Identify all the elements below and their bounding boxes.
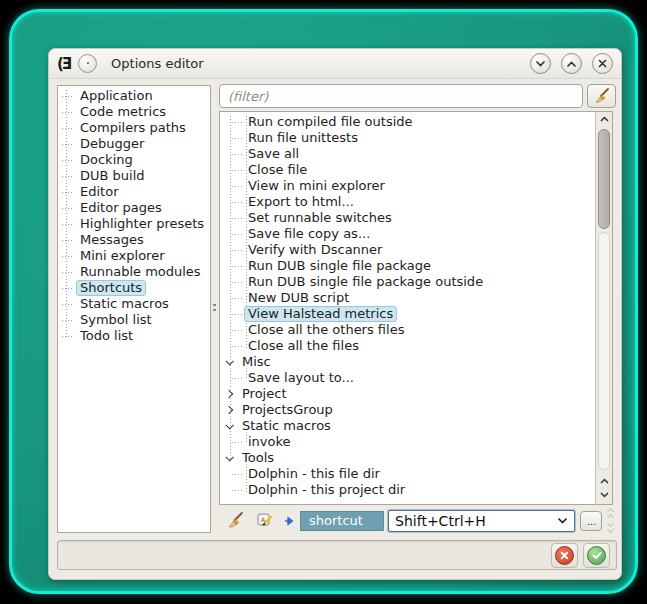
tree-item[interactable]: Run DUB single file package outside <box>220 274 595 290</box>
tree-item-label: View Halstead metrics <box>244 306 397 322</box>
tree-item[interactable]: Save file copy as... <box>220 226 595 242</box>
scrollbar-up-button[interactable] <box>596 112 612 126</box>
shade-button[interactable] <box>530 53 551 74</box>
tree-item-label: Close all the others files <box>244 322 408 338</box>
sidebar-item-editor[interactable]: Editor <box>58 184 210 200</box>
tree-item[interactable]: Dolphin - this project dir <box>220 482 595 498</box>
ellipsis-button[interactable]: ... <box>580 511 602 531</box>
tree-item[interactable]: Set runnable switches <box>220 210 595 226</box>
filter-input[interactable] <box>219 84 583 108</box>
tree-connector <box>232 122 244 123</box>
sidebar-item-runnable-modules[interactable]: Runnable modules <box>58 264 210 280</box>
tree-item[interactable]: Run compiled file outside <box>220 114 595 130</box>
sidebar-item-dub-build[interactable]: DUB build <box>58 168 210 184</box>
shortcut-value-combobox[interactable]: Shift+Ctrl+H <box>388 510 575 532</box>
tree-item[interactable]: invoke <box>220 434 595 450</box>
sidebar-item-label: Debugger <box>76 136 148 152</box>
tree-item[interactable]: Save layout to... <box>220 370 595 386</box>
tree-category[interactable]: Project <box>220 386 595 402</box>
tree-connector <box>62 96 74 97</box>
property-name-cell[interactable]: shortcut <box>300 511 384 531</box>
tree-connector <box>232 490 244 491</box>
tree-connector <box>62 320 74 321</box>
tree-item[interactable]: Dolphin - this file dir <box>220 466 595 482</box>
expand-chevron-icon[interactable] <box>225 406 233 414</box>
scrollbar-thumb[interactable] <box>598 129 610 229</box>
chevron-up-icon <box>600 116 609 122</box>
sidebar-item-compilers-paths[interactable]: Compilers paths <box>58 120 210 136</box>
sidebar-item-application[interactable]: Application <box>58 88 210 104</box>
scrollbar-track[interactable] <box>598 232 610 470</box>
tree-connector <box>62 224 74 225</box>
arrow-right-icon <box>284 516 295 526</box>
tree-item[interactable]: Run DUB single file package <box>220 258 595 274</box>
tree-category[interactable]: Static macros <box>220 418 595 434</box>
sidebar-item-debugger[interactable]: Debugger <box>58 136 210 152</box>
tree-connector <box>62 160 74 161</box>
sidebar-item-label: Editor <box>76 184 122 200</box>
sidebar-item-mini-explorer[interactable]: Mini explorer <box>58 248 210 264</box>
tree-item[interactable]: View in mini explorer <box>220 178 595 194</box>
cancel-button[interactable] <box>551 543 578 568</box>
collapse-chevron-icon[interactable] <box>225 453 233 461</box>
tree-category[interactable]: ProjectsGroup <box>220 402 595 418</box>
tree-connector <box>232 138 244 139</box>
coedit-logo-icon: (Ǝ <box>57 55 70 73</box>
keyboard-edit-icon: A <box>257 512 274 529</box>
tree-item-label: Close all the files <box>244 338 363 354</box>
tree-item[interactable]: Close all the others files <box>220 322 595 338</box>
edit-shortcut-button[interactable]: A <box>257 512 274 529</box>
tree-connector <box>62 176 74 177</box>
collapse-chevron-icon[interactable] <box>225 421 233 429</box>
sidebar-item-label: DUB build <box>76 168 149 184</box>
tree-category[interactable]: Tools <box>220 450 595 466</box>
tree-connector <box>232 298 244 299</box>
tree-connector <box>62 288 74 289</box>
tree-connector <box>232 218 244 219</box>
tree-item-label: ProjectsGroup <box>238 402 337 418</box>
tree-connector <box>232 282 244 283</box>
tree-connector <box>232 186 244 187</box>
tree-item-label: Save all <box>244 146 303 162</box>
shortcut-editor-row: A shortcut Shift+Ctrl+H ... <box>219 508 613 533</box>
sidebar-item-static-macros[interactable]: Static macros <box>58 296 210 312</box>
scrollbar-down-button[interactable] <box>596 488 612 502</box>
ok-button[interactable] <box>583 543 610 568</box>
chevron-down-icon <box>557 517 568 524</box>
clear-filter-button[interactable] <box>587 84 616 108</box>
close-button[interactable] <box>592 53 613 74</box>
sidebar-item-label: Docking <box>76 152 137 168</box>
tree-connector <box>232 250 244 251</box>
tree-item[interactable]: Export to html... <box>220 194 595 210</box>
tree-item[interactable]: New DUB script <box>220 290 595 306</box>
sidebar-item-symbol-list[interactable]: Symbol list <box>58 312 210 328</box>
reset-shortcut-button[interactable] <box>226 511 245 530</box>
tree-item[interactable]: Save all <box>220 146 595 162</box>
tree-scrollbar[interactable] <box>595 112 612 504</box>
status-bar <box>57 540 617 570</box>
sidebar-item-code-metrics[interactable]: Code metrics <box>58 104 210 120</box>
tree-item[interactable]: View Halstead metrics <box>220 306 595 322</box>
tree-item-label: Save file copy as... <box>244 226 374 242</box>
scrollbar-up-button-2[interactable] <box>596 474 612 488</box>
sidebar-item-shortcuts[interactable]: Shortcuts <box>58 280 210 296</box>
sidebar-item-docking[interactable]: Docking <box>58 152 210 168</box>
sidebar-item-label: Code metrics <box>76 104 170 120</box>
window-menu-button[interactable] <box>78 54 97 73</box>
splitter-handle[interactable] <box>213 304 216 314</box>
broom-icon <box>593 87 611 105</box>
tree-category[interactable]: Misc <box>220 354 595 370</box>
tree-item[interactable]: Run file unittests <box>220 130 595 146</box>
sidebar-item-todo-list[interactable]: Todo list <box>58 328 210 344</box>
sidebar-item-highlighter-presets[interactable]: Highlighter presets <box>58 216 210 232</box>
tree-item[interactable]: Verify with Dscanner <box>220 242 595 258</box>
tree-item[interactable]: Close file <box>220 162 595 178</box>
titlebar[interactable]: (Ǝ Options editor <box>49 49 621 79</box>
expand-chevron-icon[interactable] <box>225 390 233 398</box>
sidebar-item-editor-pages[interactable]: Editor pages <box>58 200 210 216</box>
tree-item[interactable]: Close all the files <box>220 338 595 354</box>
sidebar-item-messages[interactable]: Messages <box>58 232 210 248</box>
ok-check-icon <box>587 546 606 565</box>
unshade-button[interactable] <box>561 53 582 74</box>
collapse-chevron-icon[interactable] <box>225 357 233 365</box>
